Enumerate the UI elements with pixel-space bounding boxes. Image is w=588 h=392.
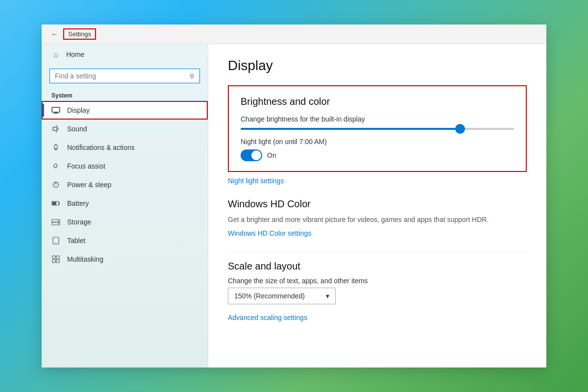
- scale-heading: Scale and layout: [228, 261, 527, 272]
- main-content: ⌂ Home ⚲ System Display Soun: [42, 44, 546, 368]
- focus-icon: [51, 162, 60, 171]
- display-icon: [51, 106, 60, 115]
- page-title: Display: [228, 58, 527, 74]
- slider-thumb[interactable]: [455, 124, 465, 134]
- scale-dropdown[interactable]: 150% (Recommended) ▾: [228, 288, 336, 304]
- dropdown-label: Change the size of text, apps, and other…: [228, 277, 527, 285]
- night-light-settings-link[interactable]: Night light settings: [228, 177, 527, 185]
- sidebar-item-focus[interactable]: Focus assist: [42, 157, 208, 175]
- night-light-label: Night light (on until 7:00 AM): [241, 138, 514, 146]
- sound-icon: [51, 124, 60, 133]
- system-section-label: System: [42, 89, 208, 101]
- search-input[interactable]: [55, 72, 186, 80]
- sidebar-item-home[interactable]: ⌂ Home: [42, 44, 208, 65]
- sound-label: Sound: [67, 125, 87, 133]
- display-label: Display: [67, 106, 90, 114]
- battery-icon: [51, 199, 60, 208]
- svg-rect-17: [56, 256, 59, 259]
- power-label: Power & sleep: [67, 181, 111, 189]
- toggle-knob: [251, 150, 261, 160]
- brightness-label: Change brightness for the built-in displ…: [241, 115, 514, 123]
- sidebar-item-notifications[interactable]: Notifications & actions: [42, 138, 208, 157]
- sidebar-item-multitasking[interactable]: Multitasking: [42, 250, 208, 269]
- storage-label: Storage: [67, 218, 91, 226]
- svg-rect-9: [59, 202, 60, 204]
- sidebar-item-display[interactable]: Display: [42, 101, 208, 120]
- brightness-slider[interactable]: [241, 128, 514, 130]
- brightness-slider-container[interactable]: [241, 128, 514, 130]
- home-label: Home: [66, 50, 84, 58]
- svg-point-12: [58, 220, 59, 221]
- storage-icon: [51, 218, 60, 226]
- battery-label: Battery: [67, 199, 89, 207]
- sidebar-item-storage[interactable]: Storage: [42, 213, 208, 231]
- brightness-section: Brightness and color Change brightness f…: [228, 85, 527, 172]
- multitasking-icon: [51, 255, 60, 264]
- svg-marker-3: [53, 126, 57, 132]
- home-icon: ⌂: [51, 50, 60, 59]
- toggle-state-label: On: [267, 151, 276, 159]
- svg-point-13: [58, 223, 59, 224]
- divider-1: [228, 251, 527, 252]
- dropdown-value: 150% (Recommended): [234, 292, 305, 300]
- hd-color-section: Windows HD Color Get a brighter and more…: [228, 198, 527, 238]
- back-button[interactable]: ←: [48, 27, 61, 41]
- multitasking-label: Multitasking: [67, 255, 103, 263]
- main-panel: Display Brightness and color Change brig…: [208, 44, 546, 368]
- settings-window: ← Settings ⌂ Home ⚲ System Display: [42, 24, 546, 368]
- svg-rect-8: [52, 202, 56, 205]
- hd-color-heading: Windows HD Color: [228, 198, 527, 210]
- notifications-label: Notifications & actions: [67, 144, 135, 151]
- title-bar: ← Settings: [42, 24, 546, 44]
- search-icon: ⚲: [190, 73, 195, 80]
- search-box[interactable]: ⚲: [49, 69, 200, 83]
- svg-rect-19: [56, 260, 59, 263]
- svg-point-15: [55, 243, 56, 244]
- power-icon: [51, 180, 60, 189]
- settings-title: Settings: [63, 28, 96, 40]
- svg-rect-16: [52, 256, 55, 259]
- focus-label: Focus assist: [67, 162, 105, 170]
- sidebar: ⌂ Home ⚲ System Display Soun: [42, 44, 208, 368]
- advanced-scaling-link[interactable]: Advanced scaling settings: [228, 314, 307, 321]
- tablet-icon: [51, 236, 60, 245]
- brightness-heading: Brightness and color: [241, 96, 514, 107]
- tablet-label: Tablet: [67, 237, 85, 245]
- chevron-down-icon: ▾: [326, 292, 329, 300]
- sidebar-item-battery[interactable]: Battery: [42, 194, 208, 213]
- notifications-icon: [51, 143, 60, 152]
- svg-rect-18: [52, 260, 55, 263]
- night-light-toggle-row: On: [241, 149, 514, 161]
- scale-section: Scale and layout Change the size of text…: [228, 261, 527, 322]
- sidebar-item-sound[interactable]: Sound: [42, 120, 208, 138]
- svg-rect-0: [52, 107, 60, 112]
- hd-color-desc: Get a brighter and more vibrant picture …: [228, 215, 527, 225]
- hd-color-link[interactable]: Windows HD Color settings: [228, 229, 311, 237]
- night-light-toggle[interactable]: [241, 149, 262, 161]
- sidebar-item-tablet[interactable]: Tablet: [42, 231, 208, 250]
- sidebar-item-power[interactable]: Power & sleep: [42, 175, 208, 194]
